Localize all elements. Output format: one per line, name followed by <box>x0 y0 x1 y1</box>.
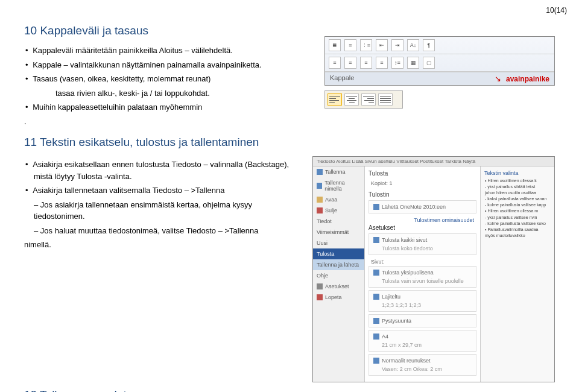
preview-line: - yksi painallus valitsee rivin <box>484 215 551 220</box>
exit-icon <box>317 294 323 300</box>
shading-icon[interactable]: ▦ <box>407 57 419 69</box>
bs-nav-ohje[interactable]: Ohje <box>313 270 364 281</box>
backstage-screenshot: Tiedosto Aloitus Lisää Sivun asettelu Vi… <box>312 156 555 382</box>
open-icon <box>317 197 323 203</box>
bs-nav-sulje[interactable]: Sulje <box>313 205 364 216</box>
align-left-button[interactable] <box>327 93 342 106</box>
sec10-bullet-2: Kappale – valintaikkunan näyttäminen pai… <box>34 59 306 71</box>
bs-nav-avaa[interactable]: Avaa <box>313 194 364 205</box>
show-marks-icon[interactable]: ¶ <box>423 39 435 51</box>
sec11-nimella: nimellä. <box>24 239 294 251</box>
preview-line: • Hiiren osoittimen ollessa k <box>484 178 551 183</box>
bs-nav-tallenna-nimella[interactable]: Tallenna nimellä <box>313 177 364 194</box>
sec11-bullet-1: Asiakirja esikatsellaan ennen tulostusta… <box>34 159 294 182</box>
papersize-icon <box>373 334 379 340</box>
indent-icon[interactable]: ⇥ <box>391 39 403 51</box>
saveas-icon <box>317 183 322 189</box>
justify-icon[interactable]: ≡ <box>376 57 388 69</box>
printer-heading: Tulostin <box>369 191 476 198</box>
setting-portrait[interactable]: Pystysuunta <box>371 317 474 325</box>
bs-nav-lopeta[interactable]: Lopeta <box>313 292 364 303</box>
sec10-period: . <box>24 116 306 128</box>
align-right-icon[interactable]: ≡ <box>360 57 372 69</box>
printer-select[interactable]: Lähetä OneNote 2010:een <box>371 203 474 211</box>
printer-icon <box>373 204 379 210</box>
line-spacing-icon[interactable]: ↕≡ <box>391 57 403 69</box>
ribbon-callout-label: avainpainike <box>506 75 549 83</box>
sec11-bullet-2: Asiakirja tallennetaan valitsemalla Tied… <box>34 185 294 197</box>
alignment-toolbar <box>324 90 403 109</box>
setting-all-pages-desc: Tulosta koko tiedosto <box>371 244 474 253</box>
setting-a4[interactable]: A4 <box>371 332 474 341</box>
justify-button[interactable] <box>378 93 393 106</box>
sec11-dash-1: Jos asiakirja tallennetaan ensimmäistä k… <box>34 199 294 223</box>
setting-margins[interactable]: Normaalit reunukset <box>371 356 474 365</box>
options-icon <box>317 283 323 289</box>
page-number: 10(14) <box>546 6 567 14</box>
backstage-tabstrip: Tiedosto Aloitus Lisää Sivun asettelu Vi… <box>313 157 554 166</box>
page-icon <box>373 270 379 276</box>
borders-icon[interactable]: ▢ <box>423 57 435 69</box>
heading-sec11: 11 Tekstin esikatselu, tulostus ja talle… <box>24 136 555 149</box>
outdent-icon[interactable]: ⇤ <box>376 39 388 51</box>
setting-onesided[interactable]: Tulosta yksipuolisena <box>371 268 474 277</box>
multilevel-icon[interactable]: ⋮≡ <box>360 39 372 51</box>
collate-icon <box>373 294 379 300</box>
print-heading: Tulosta <box>369 170 476 177</box>
align-center-button[interactable] <box>344 93 359 106</box>
printer-properties-link[interactable]: Tulostimen ominaisuudet <box>369 216 476 224</box>
align-right-button[interactable] <box>361 93 376 106</box>
settings-heading: Asetukset <box>369 224 476 231</box>
setting-collated-desc: 1;2;3 1;2;3 1;2;3 <box>371 301 474 309</box>
margins-icon <box>373 358 379 364</box>
heading-sec12: 12 Tallennusmuodot <box>24 388 555 392</box>
ribbon-paragraph-group: ≣ ≡ ⋮≡ ⇤ ⇥ A↓ ¶ ≡ ≡ ≡ ≡ ↕≡ ▦ ▢ <box>324 36 555 86</box>
pages-icon <box>373 237 379 243</box>
preview-line: - kolme painallusta valitsee kapp <box>484 202 551 207</box>
bullets-icon[interactable]: ≣ <box>329 39 341 51</box>
ribbon-group-label: Kappale <box>330 74 354 83</box>
preview-line: • Hiiren osoittimen ollessa m <box>484 208 551 213</box>
numbering-icon[interactable]: ≡ <box>344 39 356 51</box>
bs-nav-tiedot[interactable]: Tiedot <box>313 216 364 227</box>
bs-nav-tallenna[interactable]: Tallenna <box>313 166 364 177</box>
sec10-bullet-4: Muihin kappaleasetteluihin palataan myöh… <box>34 101 306 113</box>
bs-nav-asetukset[interactable]: Asetukset <box>313 281 364 292</box>
sec10-sub-1: tasaa rivien alku-, keski- ja / tai lopp… <box>55 87 306 100</box>
sec10-bullet-3: Tasaus (vasen, oikea, keskitetty, molemm… <box>34 73 306 85</box>
setting-collated[interactable]: Lajiteltu <box>371 292 474 301</box>
preview-line: johon hiiren osoitin osoittaa <box>484 190 551 195</box>
preview-line: - kolme painallusta valitsee koko <box>484 221 551 226</box>
preview-line: • Painallusvalinnoilla saadaa <box>484 227 551 232</box>
save-icon <box>317 169 323 175</box>
preview-line: - yksi painallus siirtää tekst <box>484 184 551 189</box>
preview-doc-title: Tekstin valinta <box>484 170 551 176</box>
orientation-icon <box>373 318 379 324</box>
sec11-dash-2: Jos haluat muuttaa tiedostonimeä, valits… <box>34 225 294 237</box>
heading-sec10: 10 Kappaleväli ja tasaus <box>24 24 306 37</box>
backstage-nav: Tallenna Tallenna nimellä Avaa Sulje Tie… <box>313 166 365 382</box>
bs-nav-tallenna-laheta[interactable]: Tallenna ja lähetä <box>313 259 364 270</box>
backstage-preview: Tekstin valinta • Hiiren osoittimen olle… <box>481 166 554 382</box>
backstage-print-panel: Tulosta Kopiot: 1 Tulostin Lähetä OneNot… <box>365 166 481 382</box>
setting-margins-desc: Vasen: 2 cm Oikea: 2 cm <box>371 365 474 373</box>
setting-all-pages[interactable]: Tulosta kaikki sivut <box>371 236 474 244</box>
align-center-icon[interactable]: ≡ <box>344 57 356 69</box>
setting-a4-desc: 21 cm x 29,7 cm <box>371 341 474 349</box>
print-copies[interactable]: Kopiot: 1 <box>369 179 476 188</box>
bs-nav-tulosta[interactable]: Tulosta <box>313 248 364 259</box>
close-icon <box>317 207 323 213</box>
preview-line: - kaksi painallusta valitsee sanan <box>484 196 551 201</box>
align-left-icon[interactable]: ≡ <box>329 57 341 69</box>
bs-nav-uusi[interactable]: Uusi <box>313 238 364 248</box>
sec10-bullet-1: Kappaleväli määritetään painikkeilla Alo… <box>34 45 306 57</box>
setting-onesided-desc: Tulosta vain sivun toiselle puolelle <box>371 277 474 285</box>
setting-pages-input[interactable]: Sivut: <box>369 258 476 266</box>
sort-icon[interactable]: A↓ <box>407 39 419 51</box>
bs-nav-viimeisimmat[interactable]: Viimeisimmät <box>313 227 364 238</box>
preview-line: myös muotoiluvalikko <box>484 233 551 238</box>
